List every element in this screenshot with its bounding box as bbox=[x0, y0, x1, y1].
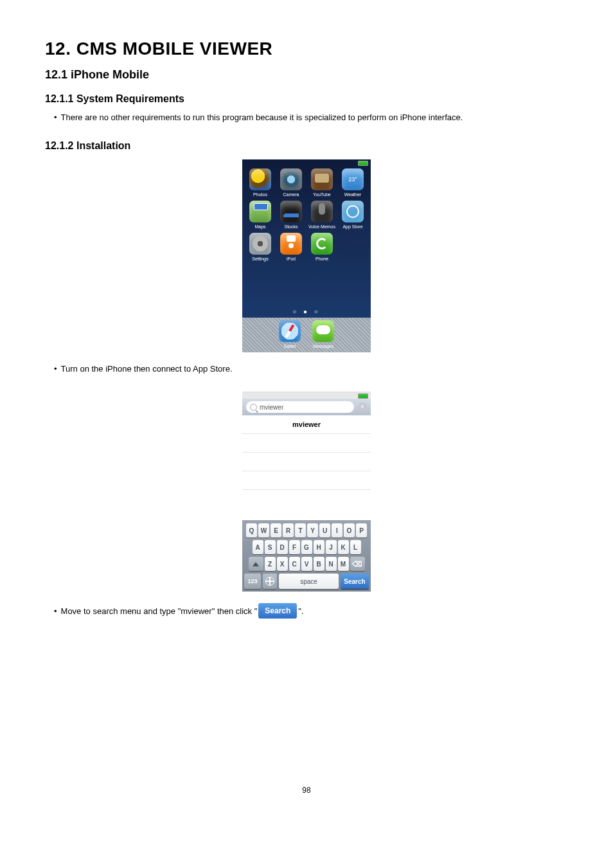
key-q[interactable]: Q bbox=[246, 523, 257, 538]
messages-icon bbox=[312, 320, 334, 342]
key-globe[interactable] bbox=[263, 574, 277, 589]
status-bar bbox=[242, 392, 371, 399]
key-a[interactable]: A bbox=[253, 540, 263, 554]
app-label: Phone bbox=[315, 257, 328, 261]
key-y[interactable]: Y bbox=[307, 523, 318, 538]
page-number: 98 bbox=[45, 786, 568, 795]
search-result-item[interactable]: mviewer bbox=[242, 415, 371, 434]
app-phone[interactable]: Phone bbox=[306, 233, 337, 261]
bullet-dot: • bbox=[54, 364, 57, 374]
app-label: App Store bbox=[342, 224, 362, 229]
battery-icon bbox=[358, 393, 368, 399]
key-d[interactable]: D bbox=[277, 540, 288, 554]
key-v[interactable]: V bbox=[301, 557, 312, 571]
search-icon bbox=[250, 404, 257, 411]
bullet-text-pre: Move to search menu and type "mviewer" t… bbox=[61, 606, 258, 616]
subsection-sysreq: 12.1.1 System Requirements bbox=[45, 93, 568, 105]
key-g[interactable]: G bbox=[301, 540, 312, 554]
clear-search-icon[interactable]: × bbox=[358, 402, 367, 411]
app-ipod[interactable]: iPod bbox=[276, 233, 306, 261]
key-f[interactable]: F bbox=[289, 540, 300, 554]
appstore-icon bbox=[342, 201, 364, 222]
voice-memos-icon bbox=[311, 201, 333, 222]
key-s[interactable]: S bbox=[265, 540, 276, 554]
key-p[interactable]: P bbox=[356, 523, 367, 538]
bullet-dot: • bbox=[54, 113, 57, 122]
iphone-home-screenshot: Photos Camera YouTube 23° Weather Maps bbox=[242, 159, 371, 352]
key-w[interactable]: W bbox=[258, 523, 269, 538]
list-item bbox=[242, 453, 371, 471]
app-label: Camera bbox=[283, 192, 299, 197]
key-b[interactable]: B bbox=[314, 557, 324, 571]
page-indicator: ○ ● ○ bbox=[242, 308, 371, 315]
app-label: Voice Memos bbox=[308, 224, 335, 229]
battery-icon bbox=[358, 161, 368, 166]
app-label: iPod bbox=[287, 257, 296, 261]
settings-icon bbox=[249, 233, 271, 255]
bullet-dot: • bbox=[54, 606, 57, 616]
key-shift[interactable] bbox=[249, 557, 263, 571]
phone-icon bbox=[311, 233, 333, 255]
safari-icon bbox=[279, 320, 301, 342]
key-l[interactable]: L bbox=[350, 540, 361, 554]
section-heading: 12.1 iPhone Mobile bbox=[45, 68, 568, 82]
dock-messages[interactable]: Messages bbox=[312, 320, 334, 348]
app-appstore[interactable]: App Store bbox=[337, 201, 368, 229]
app-maps[interactable]: Maps bbox=[245, 201, 276, 229]
iphone-search-screenshot: mviewer × mviewer Q W E R T Y U I O bbox=[242, 392, 371, 592]
key-k[interactable]: K bbox=[338, 540, 349, 554]
key-h[interactable]: H bbox=[314, 540, 324, 554]
search-query: mviewer bbox=[260, 404, 283, 411]
app-label: Safari bbox=[284, 344, 296, 348]
app-label: Photos bbox=[253, 192, 267, 197]
key-x[interactable]: X bbox=[277, 557, 288, 571]
list-item bbox=[242, 471, 371, 490]
stocks-icon bbox=[280, 201, 302, 222]
bullet-step1: • Turn on the iPhone then connect to App… bbox=[54, 364, 568, 374]
app-label: Weather bbox=[344, 192, 361, 197]
app-label: Settings bbox=[252, 257, 268, 261]
search-input[interactable]: mviewer bbox=[246, 401, 354, 413]
list-item bbox=[242, 434, 371, 453]
app-photos[interactable]: Photos bbox=[245, 168, 276, 197]
app-voice-memos[interactable]: Voice Memos bbox=[306, 201, 337, 229]
key-n[interactable]: N bbox=[326, 557, 337, 571]
key-e[interactable]: E bbox=[271, 523, 281, 538]
search-bar: mviewer × bbox=[242, 399, 371, 415]
key-u[interactable]: U bbox=[319, 523, 330, 538]
maps-icon bbox=[249, 201, 271, 222]
dock: Safari Messages bbox=[242, 318, 371, 352]
bullet-text-post: ". bbox=[298, 606, 303, 616]
app-label: Stocks bbox=[284, 224, 298, 229]
camera-icon bbox=[280, 168, 302, 190]
bullet-text: There are no other requirements to run t… bbox=[61, 113, 463, 122]
key-numeric[interactable]: 123 bbox=[244, 574, 261, 589]
app-settings[interactable]: Settings bbox=[245, 233, 276, 261]
app-stocks[interactable]: Stocks bbox=[276, 201, 306, 229]
key-backspace[interactable] bbox=[350, 557, 365, 571]
app-label: Messages bbox=[313, 344, 333, 348]
bullet-sysreq: • There are no other requirements to run… bbox=[54, 113, 568, 122]
key-z[interactable]: Z bbox=[265, 557, 276, 571]
subsection-install: 12.1.2 Installation bbox=[45, 140, 568, 152]
bullet-text: Turn on the iPhone then connect to App S… bbox=[61, 364, 233, 374]
key-j[interactable]: J bbox=[326, 540, 337, 554]
ipod-icon bbox=[280, 233, 302, 255]
key-space[interactable]: space bbox=[279, 574, 339, 589]
chapter-heading: 12. CMS MOBILE VIEWER bbox=[45, 39, 568, 59]
status-bar bbox=[242, 159, 371, 166]
key-c[interactable]: C bbox=[289, 557, 300, 571]
app-youtube[interactable]: YouTube bbox=[306, 168, 337, 197]
key-search[interactable]: Search bbox=[341, 574, 369, 589]
app-camera[interactable]: Camera bbox=[276, 168, 306, 197]
key-i[interactable]: I bbox=[332, 523, 342, 538]
key-o[interactable]: O bbox=[344, 523, 355, 538]
youtube-icon bbox=[311, 168, 333, 190]
key-r[interactable]: R bbox=[283, 523, 294, 538]
keyboard: Q W E R T Y U I O P A S D F G H bbox=[242, 520, 371, 592]
app-weather[interactable]: 23° Weather bbox=[337, 168, 368, 197]
key-t[interactable]: T bbox=[295, 523, 306, 538]
app-label: Maps bbox=[254, 224, 265, 229]
dock-safari[interactable]: Safari bbox=[279, 320, 301, 348]
key-m[interactable]: M bbox=[338, 557, 349, 571]
